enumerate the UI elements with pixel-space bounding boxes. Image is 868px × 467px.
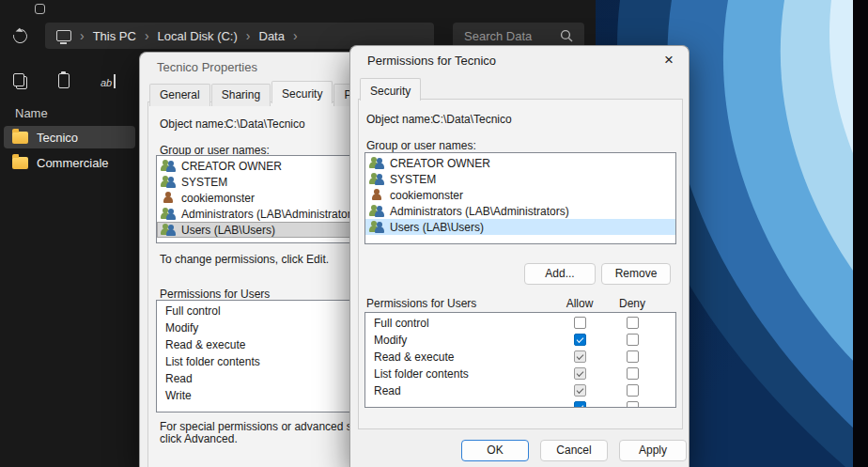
permission-row[interactable] (365, 399, 675, 408)
allow-checkbox[interactable] (574, 334, 586, 346)
allow-checkbox[interactable] (574, 384, 586, 397)
list-item-selected[interactable]: Users (LAB\Users) (365, 219, 675, 235)
list-item-label: CREATOR OWNER (390, 157, 490, 170)
refresh-icon[interactable] (10, 26, 30, 46)
permissions-list[interactable]: Full control Modify Read & execute List … (364, 312, 676, 408)
group-icon (162, 160, 177, 172)
group-names-label: Group or user names: (366, 139, 476, 152)
permission-row[interactable]: Modify (365, 332, 675, 349)
properties-dialog-title-text: Tecnico Properties (157, 60, 257, 74)
explorer-tab-icon[interactable] (35, 4, 45, 14)
permissions-for-users-label: Permissions for Users (160, 288, 270, 301)
allow-column-header: Allow (556, 297, 603, 310)
list-item-label: CREATOR OWNER (181, 160, 282, 173)
tab-general[interactable]: General (149, 84, 210, 106)
tab-security[interactable]: Security (360, 78, 421, 101)
ok-button[interactable]: OK (461, 440, 529, 461)
screen-edge-strip (853, 0, 868, 467)
group-icon (370, 221, 385, 233)
edit-hint-text: To change permissions, click Edit. (160, 253, 329, 266)
list-item-label: Users (LAB\Users) (181, 224, 275, 237)
group-icon (162, 208, 177, 220)
breadcrumb-separator: › (293, 28, 298, 43)
deny-column-header: Deny (609, 297, 656, 310)
permission-label: Read (374, 384, 401, 397)
folder-icon (12, 157, 28, 169)
list-item[interactable]: CREATOR OWNER (365, 155, 675, 171)
folder-label: Commerciale (37, 156, 109, 170)
list-item-label: Administrators (LAB\Administrators) (181, 208, 361, 221)
deny-checkbox[interactable] (627, 401, 639, 408)
column-header-name[interactable]: Name (15, 106, 48, 120)
allow-checkbox[interactable] (574, 317, 586, 329)
explorer-toolbar: ab (13, 71, 116, 90)
copy-icon[interactable] (13, 73, 27, 89)
advanced-hint-line2: click Advanced. (160, 432, 238, 445)
object-name-value: C:\Data\Tecnico (432, 113, 512, 126)
deny-checkbox[interactable] (627, 334, 639, 346)
allow-checkbox[interactable] (574, 350, 586, 363)
breadcrumb-data[interactable]: Data (259, 29, 285, 43)
folder-item-tecnico[interactable]: Tecnico (4, 126, 135, 148)
list-item[interactable]: SYSTEM (365, 171, 675, 187)
paste-icon[interactable] (58, 73, 70, 88)
folder-icon (12, 132, 28, 144)
permissions-for-users-label: Permissions for Users (366, 297, 476, 310)
user-icon (370, 189, 385, 201)
deny-checkbox[interactable] (627, 350, 639, 363)
folder-label: Tecnico (37, 131, 78, 145)
permission-label: List folder contents (374, 367, 469, 381)
security-tab-page: Object name: C:\Data\Tecnico Group or us… (358, 99, 683, 429)
group-icon (370, 173, 385, 185)
permission-label: Read & execute (374, 350, 454, 364)
list-item-label: Administrators (LAB\Administrators) (390, 205, 569, 218)
list-item-label: SYSTEM (181, 176, 227, 189)
user-icon (162, 192, 177, 204)
folder-item-commerciale[interactable]: Commerciale (4, 151, 135, 174)
breadcrumb-local-disk[interactable]: Local Disk (C:) (158, 29, 238, 43)
permission-row[interactable]: List folder contents (365, 366, 675, 382)
permission-label: Modify (374, 334, 407, 347)
object-name-label: Object name: (366, 113, 433, 126)
search-placeholder: Search Data (464, 29, 532, 43)
remove-button[interactable]: Remove (601, 263, 671, 285)
apply-button[interactable]: Apply (619, 440, 687, 461)
group-icon (370, 205, 385, 217)
list-item[interactable]: cookiemonster (365, 187, 675, 203)
breadcrumb-this-pc[interactable]: This PC (93, 29, 136, 43)
list-item-label: cookiemonster (390, 189, 463, 202)
add-button[interactable]: Add... (524, 263, 596, 285)
deny-checkbox[interactable] (627, 384, 639, 397)
allow-checkbox[interactable] (574, 401, 586, 408)
permission-row[interactable]: Read (365, 382, 675, 399)
group-icon (162, 224, 177, 236)
rename-icon[interactable]: ab (101, 74, 116, 88)
tab-security[interactable]: Security (271, 81, 333, 103)
deny-checkbox[interactable] (627, 367, 639, 380)
group-names-list[interactable]: CREATOR OWNER SYSTEM cookiemonster Admin… (364, 152, 676, 244)
permissions-dialog-title-text: Permissions for Tecnico (367, 54, 496, 68)
list-item-label: cookiemonster (181, 192, 255, 205)
advanced-hint-line1: For special permissions or advanced sett… (160, 420, 380, 433)
permission-row[interactable]: Read & execute (365, 349, 675, 366)
breadcrumb-separator: › (145, 28, 149, 43)
permission-label: Full control (374, 317, 429, 330)
object-name-value: C:\Data\Tecnico (225, 117, 305, 131)
list-item-label: SYSTEM (390, 173, 436, 186)
group-icon (370, 157, 385, 169)
list-item-label: Users (LAB\Users) (390, 221, 484, 234)
breadcrumb-separator: › (80, 28, 85, 43)
list-item[interactable]: Administrators (LAB\Administrators) (365, 203, 675, 219)
permission-row[interactable]: Full control (365, 315, 675, 332)
deny-checkbox[interactable] (627, 317, 639, 329)
this-pc-icon[interactable] (56, 30, 71, 41)
close-icon[interactable]: × (649, 46, 689, 74)
group-icon (162, 176, 177, 188)
breadcrumb-separator: › (246, 28, 251, 43)
search-icon (560, 29, 573, 42)
cancel-button[interactable]: Cancel (540, 440, 608, 461)
permissions-dialog: Permissions for Tecnico × Security Objec… (349, 45, 690, 467)
tab-sharing[interactable]: Sharing (211, 84, 271, 106)
allow-checkbox[interactable] (574, 367, 586, 380)
permissions-dialog-title: Permissions for Tecnico × (350, 46, 689, 74)
